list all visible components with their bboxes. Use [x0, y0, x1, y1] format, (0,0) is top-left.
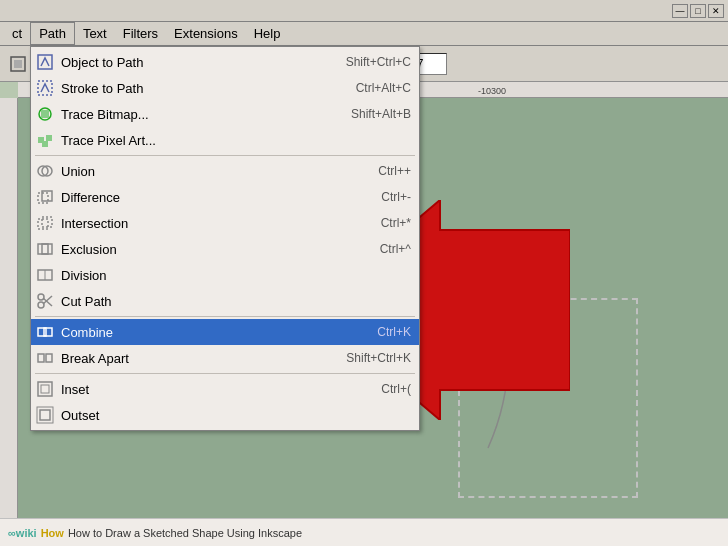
- outset-label: Outset: [61, 408, 99, 423]
- svg-rect-18: [41, 110, 49, 118]
- combine-shortcut: Ctrl+K: [377, 325, 411, 339]
- menu-item-break-apart[interactable]: Break Apart Shift+Ctrl+K: [31, 345, 419, 371]
- menu-item-cut-path[interactable]: Cut Path: [31, 288, 419, 314]
- wikihow-description: How to Draw a Sketched Shape Using Inksc…: [68, 527, 302, 539]
- canvas-arc: [438, 258, 538, 458]
- toolbar-icon-1[interactable]: [4, 50, 32, 78]
- union-icon: [35, 161, 55, 181]
- combine-icon: [35, 322, 55, 342]
- exclusion-label: Exclusion: [61, 242, 117, 257]
- svg-rect-40: [38, 382, 52, 396]
- svg-point-33: [38, 294, 44, 300]
- separator-1: [35, 155, 415, 156]
- object-to-path-shortcut: Shift+Ctrl+C: [346, 55, 411, 69]
- menu-item-division[interactable]: Division: [31, 262, 419, 288]
- trace-pixel-label: Trace Pixel Art...: [61, 133, 156, 148]
- stroke-to-path-icon: [35, 78, 55, 98]
- division-icon: [35, 265, 55, 285]
- svg-rect-42: [40, 410, 50, 420]
- union-shortcut: Ctrl++: [378, 164, 411, 178]
- outset-icon: [35, 405, 55, 425]
- svg-rect-39: [46, 354, 52, 362]
- menu-item-trace-pixel[interactable]: Trace Pixel Art...: [31, 127, 419, 153]
- menu-item-extensions[interactable]: Extensions: [166, 22, 246, 45]
- menu-item-union[interactable]: Union Ctrl++: [31, 158, 419, 184]
- close-button[interactable]: ✕: [708, 4, 724, 18]
- inset-icon: [35, 379, 55, 399]
- menu-item-filters[interactable]: Filters: [115, 22, 166, 45]
- cut-path-label: Cut Path: [61, 294, 112, 309]
- title-bar-buttons: — □ ✕: [672, 4, 724, 18]
- menu-bar: ct Path Text Filters Extensions Help: [0, 22, 728, 46]
- difference-label: Difference: [61, 190, 120, 205]
- stroke-to-path-label: Stroke to Path: [61, 81, 143, 96]
- svg-rect-20: [46, 135, 52, 141]
- ruler-vertical: [0, 98, 18, 546]
- svg-rect-38: [38, 354, 44, 362]
- difference-icon: [35, 187, 55, 207]
- intersection-label: Intersection: [61, 216, 128, 231]
- svg-rect-1: [14, 60, 22, 68]
- menu-item-combine[interactable]: Combine Ctrl+K: [31, 319, 419, 345]
- menu-item-difference[interactable]: Difference Ctrl+-: [31, 184, 419, 210]
- menu-item-path[interactable]: Path: [30, 22, 75, 45]
- separator-2: [35, 316, 415, 317]
- trace-bitmap-shortcut: Shift+Alt+B: [351, 107, 411, 121]
- menu-item-outset[interactable]: Outset: [31, 402, 419, 428]
- object-to-path-label: Object to Path: [61, 55, 143, 70]
- title-bar: — □ ✕: [0, 0, 728, 22]
- menu-item-intersection[interactable]: Intersection Ctrl+*: [31, 210, 419, 236]
- intersection-icon: [35, 213, 55, 233]
- menu-item-exclusion[interactable]: Exclusion Ctrl+^: [31, 236, 419, 262]
- difference-shortcut: Ctrl+-: [381, 190, 411, 204]
- svg-rect-41: [41, 385, 49, 393]
- union-label: Union: [61, 164, 95, 179]
- menu-item-object-to-path[interactable]: Object to Path Shift+Ctrl+C: [31, 49, 419, 75]
- combine-label: Combine: [61, 325, 113, 340]
- svg-rect-36: [38, 328, 46, 336]
- menu-item-trace-bitmap[interactable]: Trace Bitmap... Shift+Alt+B: [31, 101, 419, 127]
- trace-pixel-icon: [35, 130, 55, 150]
- menu-item-help[interactable]: Help: [246, 22, 289, 45]
- cut-path-icon: [35, 291, 55, 311]
- inset-shortcut: Ctrl+(: [381, 382, 411, 396]
- minimize-button[interactable]: —: [672, 4, 688, 18]
- svg-rect-28: [38, 244, 48, 254]
- break-apart-label: Break Apart: [61, 351, 129, 366]
- division-label: Division: [61, 268, 107, 283]
- ruler-h-label-2: -10300: [478, 86, 506, 96]
- path-dropdown-menu: Object to Path Shift+Ctrl+C Stroke to Pa…: [30, 46, 420, 431]
- break-apart-shortcut: Shift+Ctrl+K: [346, 351, 411, 365]
- svg-rect-21: [42, 141, 48, 147]
- svg-rect-29: [42, 244, 52, 254]
- exclusion-shortcut: Ctrl+^: [380, 242, 411, 256]
- trace-bitmap-icon: [35, 104, 55, 124]
- maximize-button[interactable]: □: [690, 4, 706, 18]
- inset-label: Inset: [61, 382, 89, 397]
- wikihow-bar: ∞wiki How How to Draw a Sketched Shape U…: [0, 518, 728, 546]
- svg-rect-37: [44, 328, 52, 336]
- separator-3: [35, 373, 415, 374]
- object-to-path-icon: [35, 52, 55, 72]
- svg-point-32: [38, 302, 44, 308]
- menu-item-inset[interactable]: Inset Ctrl+(: [31, 376, 419, 402]
- stroke-to-path-shortcut: Ctrl+Alt+C: [356, 81, 411, 95]
- wikihow-how: How: [41, 527, 64, 539]
- menu-item-ct[interactable]: ct: [4, 22, 30, 45]
- wikihow-logo: ∞wiki: [8, 527, 37, 539]
- intersection-shortcut: Ctrl+*: [381, 216, 411, 230]
- menu-item-text[interactable]: Text: [75, 22, 115, 45]
- break-apart-icon: [35, 348, 55, 368]
- trace-bitmap-label: Trace Bitmap...: [61, 107, 149, 122]
- menu-item-stroke-to-path[interactable]: Stroke to Path Ctrl+Alt+C: [31, 75, 419, 101]
- exclusion-icon: [35, 239, 55, 259]
